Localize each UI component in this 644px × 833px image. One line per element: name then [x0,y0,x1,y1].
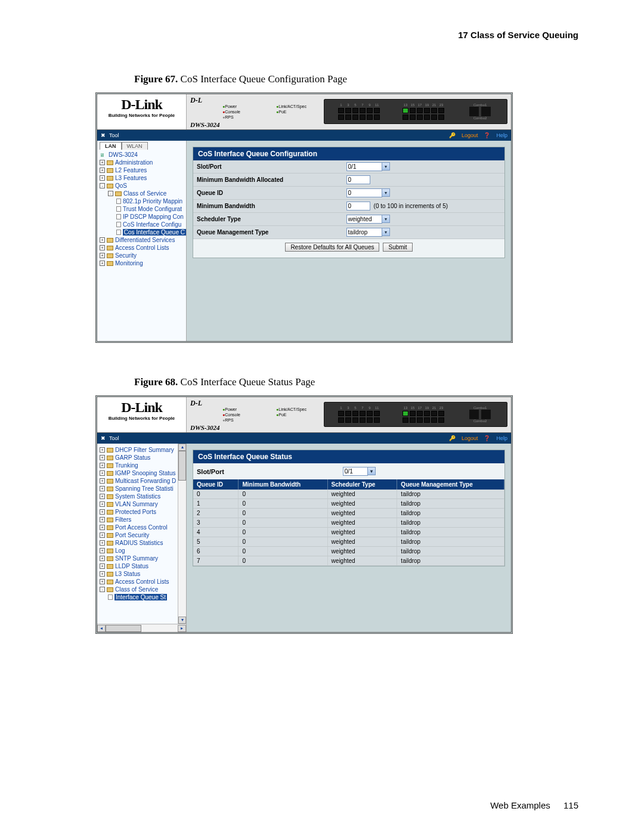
scroll-up-icon[interactable]: ▴ [178,444,186,451]
tree-item[interactable]: Cos Interface Queue C [116,228,186,236]
expand-icon[interactable]: + [100,540,105,546]
tree-item[interactable]: +LLDP Status [100,562,186,570]
tool-icon[interactable]: ✖ [101,435,106,441]
dropdown-input[interactable] [346,162,382,171]
expand-icon[interactable]: + [100,237,105,243]
collapse-icon[interactable]: - [100,587,105,592]
tree-item[interactable]: +Differentiated Services [100,236,186,244]
sidebar-vscroll[interactable]: ▴ ▾ [178,444,186,624]
expand-icon[interactable]: + [100,470,105,476]
tree-item[interactable]: +GARP Status [100,454,186,462]
tool-icon[interactable]: ✖ [101,132,106,138]
dropdown-arrow-icon[interactable]: ▾ [382,228,390,236]
tree-item[interactable]: +Access Control Lists [100,244,186,252]
vscroll-thumb[interactable] [178,451,186,481]
tree-item[interactable]: +Protected Ports [100,508,186,516]
help-icon[interactable]: ❓ [484,435,490,441]
text-input[interactable] [346,175,370,184]
vscroll-track[interactable] [178,451,186,617]
toolbar-logout[interactable]: Logout [462,435,478,441]
expand-icon[interactable]: + [100,261,105,266]
tree-item[interactable]: +Log [100,547,186,555]
dropdown-input[interactable] [346,188,382,197]
expand-icon[interactable]: + [100,548,105,553]
tree-item[interactable]: IP DSCP Mapping Con [116,213,186,221]
expand-icon[interactable]: + [100,160,105,165]
expand-icon[interactable]: + [100,509,105,515]
sidebar-hscroll[interactable]: ◂ ▸ [97,624,186,632]
expand-icon[interactable]: + [100,455,105,460]
tree-item[interactable]: 802.1p Priority Mappin [116,197,186,205]
ports-btm-right[interactable] [402,114,444,120]
expand-icon[interactable]: + [100,463,105,468]
tree-item[interactable]: +SNTP Summary [100,555,186,562]
expand-icon[interactable]: + [100,175,105,181]
tree-item[interactable]: +Spanning Tree Statisti [100,485,186,493]
collapse-icon[interactable]: - [108,191,113,196]
tree-item[interactable]: +Administration [100,159,186,166]
ports-top-right[interactable] [402,411,444,416]
toolbar-logout[interactable]: Logout [462,132,478,138]
tree-item[interactable]: +Security [100,252,186,259]
hscroll-thumb[interactable] [106,625,141,632]
logout-icon[interactable]: 🔑 [449,132,456,138]
dropdown-arrow-icon[interactable]: ▾ [382,162,390,171]
expand-icon[interactable]: + [100,478,105,484]
tree-item[interactable]: -Class of Service [108,190,186,197]
tree-item[interactable]: +Access Control Lists [100,578,186,586]
tree-item[interactable]: +Multicast Forwarding D [100,477,186,485]
tree-item[interactable]: +IGMP Snooping Status [100,469,186,477]
ports-btm-right[interactable] [402,417,444,423]
tab-wlan[interactable]: WLAN [122,142,148,150]
toolbar-help[interactable]: Help [496,132,507,138]
toolbar-tool[interactable]: Tool [109,435,119,441]
tree-item[interactable]: Interface Queue St [108,593,186,601]
toolbar-help[interactable]: Help [496,435,507,441]
expand-icon[interactable]: + [100,501,105,507]
slotport-select[interactable] [343,467,368,476]
expand-icon[interactable]: + [100,517,105,522]
expand-icon[interactable]: + [100,532,105,538]
expand-icon[interactable]: + [100,563,105,569]
tree-item[interactable]: +System Statistics [100,493,186,500]
ports-btm-left[interactable] [338,114,380,120]
restore-defaults-for-all-queues-button[interactable]: Restore Defaults for All Queues [285,243,379,252]
tree-root[interactable]: DWS-3024 [100,151,186,159]
expand-icon[interactable]: + [100,447,105,453]
expand-icon[interactable]: + [100,579,105,584]
dropdown-input[interactable] [346,228,382,237]
tree-item[interactable]: +L3 Features [100,174,186,182]
dropdown-arrow-icon[interactable]: ▾ [382,215,390,223]
toolbar-tool[interactable]: Tool [109,132,119,138]
expand-icon[interactable]: + [100,556,105,561]
tree-item[interactable]: +L3 Status [100,570,186,578]
tree-item[interactable]: +Monitoring [100,259,186,267]
tab-lan[interactable]: LAN [100,142,122,150]
expand-icon[interactable]: + [100,525,105,530]
tree-item[interactable]: -Class of Service [100,586,186,593]
text-input[interactable] [346,202,370,210]
submit-button[interactable]: Submit [383,243,412,252]
ports-btm-left[interactable] [338,417,380,423]
tree-item[interactable]: CoS Interface Configu [116,221,186,228]
scroll-right-icon[interactable]: ▸ [178,625,186,632]
expand-icon[interactable]: + [100,494,105,499]
scroll-left-icon[interactable]: ◂ [97,625,106,632]
tree-item[interactable]: +Port Access Control [100,524,186,531]
collapse-icon[interactable]: - [100,183,105,188]
tree-item[interactable]: Trust Mode Configurat [116,205,186,213]
expand-icon[interactable]: + [100,253,105,258]
tree-item[interactable]: +VLAN Summary [100,500,186,508]
expand-icon[interactable]: + [100,168,105,173]
tree-item[interactable]: -QoS [100,182,186,190]
tree-item[interactable]: +RADIUS Statistics [100,539,186,547]
tree-item[interactable]: +DHCP Filter Summary [100,446,186,454]
ports-top-left[interactable] [338,108,380,113]
help-icon[interactable]: ❓ [484,132,490,138]
ports-top-left[interactable] [338,411,380,416]
hscroll-track[interactable] [106,625,178,632]
dropdown-arrow-icon[interactable]: ▾ [367,467,376,475]
ports-top-right[interactable] [402,108,444,113]
tree-item[interactable]: +L2 Features [100,166,186,174]
dropdown-arrow-icon[interactable]: ▾ [382,188,390,197]
